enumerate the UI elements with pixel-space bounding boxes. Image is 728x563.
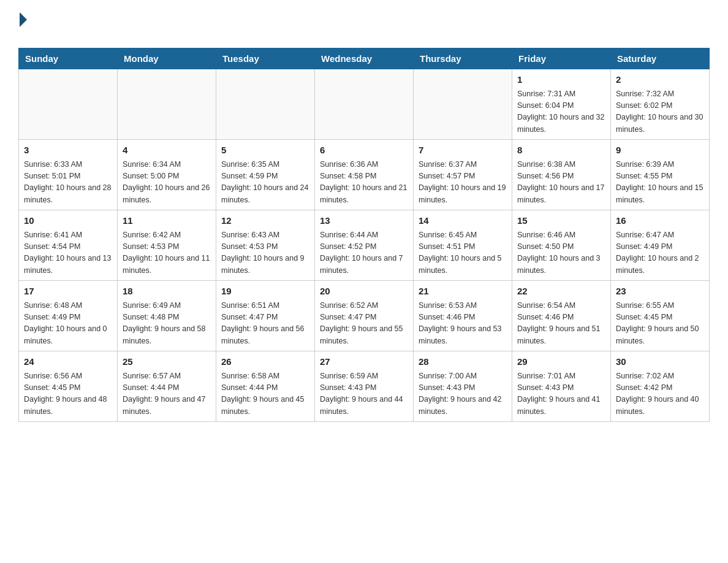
day-number: 30 (616, 355, 704, 369)
calendar-cell: 1Sunrise: 7:31 AM Sunset: 6:04 PM Daylig… (512, 69, 611, 140)
weekday-header-monday: Monday (118, 48, 216, 69)
day-number: 27 (320, 355, 408, 369)
day-info: Sunrise: 7:31 AM Sunset: 6:04 PM Dayligh… (517, 88, 605, 136)
day-number: 29 (517, 355, 605, 369)
weekday-header-friday: Friday (512, 48, 611, 69)
day-number: 9 (616, 144, 704, 158)
calendar-week-row: 1Sunrise: 7:31 AM Sunset: 6:04 PM Daylig… (19, 69, 710, 140)
calendar-cell: 3Sunrise: 6:33 AM Sunset: 5:01 PM Daylig… (19, 140, 118, 210)
calendar-cell: 18Sunrise: 6:49 AM Sunset: 4:48 PM Dayli… (118, 281, 216, 351)
day-info: Sunrise: 6:53 AM Sunset: 4:46 PM Dayligh… (419, 300, 507, 348)
logo-arrow-icon (20, 12, 27, 27)
calendar-cell: 26Sunrise: 6:58 AM Sunset: 4:44 PM Dayli… (216, 351, 315, 422)
calendar-cell: 4Sunrise: 6:34 AM Sunset: 5:00 PM Daylig… (118, 140, 216, 210)
day-number: 7 (419, 144, 507, 158)
weekday-header-tuesday: Tuesday (216, 48, 315, 69)
day-info: Sunrise: 6:36 AM Sunset: 4:58 PM Dayligh… (320, 159, 408, 207)
day-number: 2 (616, 73, 704, 87)
calendar-cell (315, 69, 414, 140)
calendar-cell: 8Sunrise: 6:38 AM Sunset: 4:56 PM Daylig… (512, 140, 611, 210)
calendar-cell (216, 69, 315, 140)
day-info: Sunrise: 7:01 AM Sunset: 4:43 PM Dayligh… (517, 370, 605, 418)
day-number: 10 (24, 214, 112, 228)
day-number: 21 (419, 285, 507, 299)
calendar-cell: 23Sunrise: 6:55 AM Sunset: 4:45 PM Dayli… (611, 281, 710, 351)
day-number: 11 (123, 214, 211, 228)
calendar-cell: 16Sunrise: 6:47 AM Sunset: 4:49 PM Dayli… (611, 210, 710, 281)
day-info: Sunrise: 6:46 AM Sunset: 4:50 PM Dayligh… (517, 229, 605, 277)
day-info: Sunrise: 6:54 AM Sunset: 4:46 PM Dayligh… (517, 300, 605, 348)
calendar-cell: 30Sunrise: 7:02 AM Sunset: 4:42 PM Dayli… (611, 351, 710, 422)
calendar-cell (414, 69, 512, 140)
weekday-header-sunday: Sunday (19, 48, 118, 69)
calendar-cell: 13Sunrise: 6:44 AM Sunset: 4:52 PM Dayli… (315, 210, 414, 281)
day-info: Sunrise: 6:55 AM Sunset: 4:45 PM Dayligh… (616, 300, 704, 348)
calendar-cell: 28Sunrise: 7:00 AM Sunset: 4:43 PM Dayli… (414, 351, 512, 422)
calendar-week-row: 17Sunrise: 6:48 AM Sunset: 4:49 PM Dayli… (19, 281, 710, 351)
weekday-header-wednesday: Wednesday (315, 48, 414, 69)
calendar-cell: 6Sunrise: 6:36 AM Sunset: 4:58 PM Daylig… (315, 140, 414, 210)
day-number: 13 (320, 214, 408, 228)
day-info: Sunrise: 6:52 AM Sunset: 4:47 PM Dayligh… (320, 300, 408, 348)
day-number: 1 (517, 73, 605, 87)
day-number: 17 (24, 285, 112, 299)
calendar-week-row: 24Sunrise: 6:56 AM Sunset: 4:45 PM Dayli… (19, 351, 710, 422)
day-number: 19 (221, 285, 309, 299)
weekday-header-thursday: Thursday (414, 48, 512, 69)
calendar-cell: 5Sunrise: 6:35 AM Sunset: 4:59 PM Daylig… (216, 140, 315, 210)
calendar-cell: 29Sunrise: 7:01 AM Sunset: 4:43 PM Dayli… (512, 351, 611, 422)
day-info: Sunrise: 6:33 AM Sunset: 5:01 PM Dayligh… (24, 159, 112, 207)
calendar-week-row: 3Sunrise: 6:33 AM Sunset: 5:01 PM Daylig… (19, 140, 710, 210)
calendar-cell: 12Sunrise: 6:43 AM Sunset: 4:53 PM Dayli… (216, 210, 315, 281)
calendar-header-row: SundayMondayTuesdayWednesdayThursdayFrid… (19, 48, 710, 69)
day-info: Sunrise: 7:32 AM Sunset: 6:02 PM Dayligh… (616, 88, 704, 136)
day-number: 22 (517, 285, 605, 299)
day-number: 16 (616, 214, 704, 228)
day-info: Sunrise: 6:41 AM Sunset: 4:54 PM Dayligh… (24, 229, 112, 277)
calendar-cell: 22Sunrise: 6:54 AM Sunset: 4:46 PM Dayli… (512, 281, 611, 351)
calendar-cell: 15Sunrise: 6:46 AM Sunset: 4:50 PM Dayli… (512, 210, 611, 281)
day-info: Sunrise: 6:59 AM Sunset: 4:43 PM Dayligh… (320, 370, 408, 418)
day-number: 24 (24, 355, 112, 369)
day-info: Sunrise: 6:56 AM Sunset: 4:45 PM Dayligh… (24, 370, 112, 418)
day-number: 20 (320, 285, 408, 299)
day-number: 4 (123, 144, 211, 158)
day-info: Sunrise: 6:49 AM Sunset: 4:48 PM Dayligh… (123, 300, 211, 348)
calendar-cell: 19Sunrise: 6:51 AM Sunset: 4:47 PM Dayli… (216, 281, 315, 351)
calendar-cell: 27Sunrise: 6:59 AM Sunset: 4:43 PM Dayli… (315, 351, 414, 422)
page-header (18, 12, 710, 38)
calendar-cell: 20Sunrise: 6:52 AM Sunset: 4:47 PM Dayli… (315, 281, 414, 351)
day-info: Sunrise: 6:57 AM Sunset: 4:44 PM Dayligh… (123, 370, 211, 418)
day-info: Sunrise: 6:37 AM Sunset: 4:57 PM Dayligh… (419, 159, 507, 207)
calendar-cell: 25Sunrise: 6:57 AM Sunset: 4:44 PM Dayli… (118, 351, 216, 422)
day-number: 6 (320, 144, 408, 158)
calendar-cell: 24Sunrise: 6:56 AM Sunset: 4:45 PM Dayli… (19, 351, 118, 422)
day-info: Sunrise: 6:42 AM Sunset: 4:53 PM Dayligh… (123, 229, 211, 277)
logo (18, 12, 28, 38)
day-number: 8 (517, 144, 605, 158)
calendar-cell: 7Sunrise: 6:37 AM Sunset: 4:57 PM Daylig… (414, 140, 512, 210)
day-number: 3 (24, 144, 112, 158)
calendar-cell: 14Sunrise: 6:45 AM Sunset: 4:51 PM Dayli… (414, 210, 512, 281)
weekday-header-saturday: Saturday (611, 48, 710, 69)
calendar-cell (19, 69, 118, 140)
day-number: 28 (419, 355, 507, 369)
day-info: Sunrise: 6:47 AM Sunset: 4:49 PM Dayligh… (616, 229, 704, 277)
day-info: Sunrise: 6:34 AM Sunset: 5:00 PM Dayligh… (123, 159, 211, 207)
day-number: 12 (221, 214, 309, 228)
calendar-cell: 17Sunrise: 6:48 AM Sunset: 4:49 PM Dayli… (19, 281, 118, 351)
day-info: Sunrise: 6:35 AM Sunset: 4:59 PM Dayligh… (221, 159, 309, 207)
calendar-cell: 11Sunrise: 6:42 AM Sunset: 4:53 PM Dayli… (118, 210, 216, 281)
calendar-cell: 9Sunrise: 6:39 AM Sunset: 4:55 PM Daylig… (611, 140, 710, 210)
day-info: Sunrise: 6:58 AM Sunset: 4:44 PM Dayligh… (221, 370, 309, 418)
day-number: 14 (419, 214, 507, 228)
calendar-table: SundayMondayTuesdayWednesdayThursdayFrid… (18, 48, 710, 422)
calendar-cell: 10Sunrise: 6:41 AM Sunset: 4:54 PM Dayli… (19, 210, 118, 281)
day-number: 23 (616, 285, 704, 299)
day-info: Sunrise: 6:43 AM Sunset: 4:53 PM Dayligh… (221, 229, 309, 277)
day-info: Sunrise: 6:45 AM Sunset: 4:51 PM Dayligh… (419, 229, 507, 277)
day-number: 18 (123, 285, 211, 299)
logo-blue-text (18, 27, 20, 37)
calendar-cell: 2Sunrise: 7:32 AM Sunset: 6:02 PM Daylig… (611, 69, 710, 140)
day-info: Sunrise: 7:02 AM Sunset: 4:42 PM Dayligh… (616, 370, 704, 418)
